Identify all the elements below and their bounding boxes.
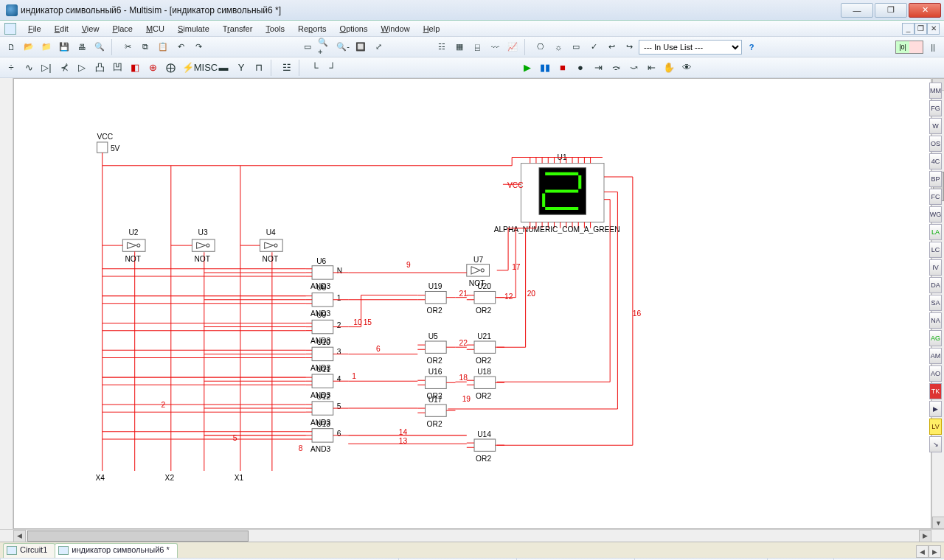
hier-down-button[interactable]: ┘ (324, 60, 341, 76)
or-gate-u21[interactable]: U21OR2 (467, 332, 504, 365)
component-button[interactable]: ⎔ (532, 39, 549, 55)
grapher-button[interactable]: 〰 (487, 39, 503, 55)
or-gate-u18[interactable]: U18OR2 (467, 368, 504, 400)
new-button[interactable]: 🗋 (3, 39, 19, 55)
canvas-area[interactable]: VCC 5V X4 X2 X1 U2 NOT (13, 78, 931, 529)
menu-help[interactable]: Help (417, 23, 446, 35)
mdi-minimize[interactable]: _ (902, 23, 914, 35)
place-misc-digital-button[interactable]: ◧ (127, 60, 143, 76)
zoom-area-button[interactable]: 🔲 (353, 39, 369, 55)
zoom-in-button[interactable]: 🔍+ (317, 39, 333, 55)
4ch-scope-icon[interactable]: 4C (929, 153, 942, 169)
mdi-restore[interactable]: ❐ (914, 23, 927, 35)
current-probe-icon[interactable]: ▶ (929, 401, 942, 417)
hierarchy-button[interactable]: ☷ (434, 39, 450, 55)
run-button[interactable]: ▶ (519, 60, 535, 76)
vcc-symbol[interactable] (97, 142, 108, 153)
menu-file[interactable]: File (22, 23, 47, 35)
ag-mm-icon[interactable]: AM (929, 348, 942, 364)
multimeter-icon[interactable]: MM (929, 83, 942, 99)
scroll-left-arrow[interactable]: ◀ (13, 530, 26, 542)
not-gate-u4[interactable]: U4 NOT (240, 228, 282, 263)
scroll-thumb-h[interactable] (27, 531, 249, 542)
scroll-right-arrow[interactable]: ▶ (919, 530, 931, 542)
print-button[interactable]: 🖶 (74, 39, 90, 55)
network-icon[interactable]: NA (929, 312, 942, 329)
menu-simulate[interactable]: Simulate (172, 23, 215, 35)
menu-place[interactable]: Place (106, 23, 139, 35)
ag-gen-icon[interactable]: AG (929, 330, 942, 346)
forward-annotate-button[interactable]: ↪ (621, 39, 637, 55)
mdi-close[interactable]: ✕ (927, 23, 940, 35)
freq-counter-icon[interactable]: FC (929, 189, 942, 205)
logic-analyzer-icon[interactable]: LA (929, 224, 942, 240)
or-gate-u17[interactable]: U17OR2 (417, 396, 455, 428)
labview-icon[interactable]: LV (929, 419, 942, 435)
tab-scroll-right[interactable]: ▶ (929, 545, 941, 558)
sim-power-switch[interactable]: |0| (895, 41, 923, 54)
analysis-button[interactable]: ☼ (550, 39, 566, 55)
stop-button[interactable]: ■ (555, 60, 571, 76)
menu-options[interactable]: Options (334, 23, 374, 35)
place-rf-button[interactable]: Y (233, 60, 249, 76)
place-indicator-button[interactable]: ⨁ (162, 60, 178, 76)
logic-conv-icon[interactable]: LC (929, 242, 942, 258)
or-gate-u19[interactable]: U19OR2 (417, 282, 455, 315)
schematic-canvas[interactable]: VCC 5V X4 X2 X1 U2 NOT (14, 79, 931, 501)
place-mixed-button[interactable]: ⊕ (145, 60, 161, 76)
wattmeter-icon[interactable]: W (929, 118, 942, 134)
select-rect-button[interactable]: ▭ (568, 39, 584, 55)
menu-edit[interactable]: Edit (49, 23, 74, 35)
menu-view[interactable]: View (76, 23, 105, 35)
pause-switch-button[interactable]: || (925, 39, 941, 55)
place-source-button[interactable]: ÷ (3, 60, 19, 76)
postproc-button[interactable]: 📈 (504, 39, 521, 55)
zoom-out-button[interactable]: 🔍- (335, 39, 351, 55)
scrollbar-horizontal[interactable]: ◀ ▶ (13, 530, 931, 542)
undo-button[interactable]: ↶ (173, 39, 189, 55)
place-ttl-button[interactable]: 凸 (91, 60, 108, 76)
bode-icon[interactable]: BP (929, 171, 942, 187)
hier-up-button[interactable]: └ (307, 60, 323, 76)
place-electromech-button[interactable]: ⊓ (251, 60, 267, 76)
redo-button[interactable]: ↷ (190, 39, 206, 55)
menu-reports[interactable]: Reports (292, 23, 333, 35)
place-diode-button[interactable]: ▷| (38, 60, 55, 76)
step-into-button[interactable]: ⇥ (590, 60, 606, 76)
and-gate-u6[interactable]: U6NAND3 (306, 257, 348, 291)
step-out-button[interactable]: ⤻ (625, 60, 642, 76)
or-gate-u5[interactable]: U5OR2 (417, 332, 455, 365)
or-gate-u14[interactable]: U14OR2 (467, 430, 504, 463)
full-screen-button[interactable]: ▭ (299, 39, 316, 55)
close-button[interactable]: ✕ (909, 3, 941, 18)
minimize-button[interactable]: — (841, 3, 873, 18)
pause-button[interactable]: ▮▮ (537, 60, 553, 76)
place-advanced-button[interactable]: ▬ (215, 60, 232, 76)
spectrum-icon[interactable]: SA (929, 295, 942, 311)
back-annotate-button[interactable]: ↩ (603, 39, 620, 55)
function-gen-icon[interactable]: FG (929, 100, 942, 116)
tab-circuit1[interactable]: Circuit1 (3, 543, 55, 558)
breakpoint-button[interactable]: ✋ (661, 60, 677, 76)
menu-tools[interactable]: Tools (260, 23, 291, 35)
scroll-down-arrow[interactable]: ▼ (932, 517, 944, 529)
step-back-button[interactable]: ⇤ (643, 60, 659, 76)
print-preview-button[interactable]: 🔍 (91, 39, 108, 55)
menu-transfer[interactable]: Transfer (217, 23, 259, 35)
oscilloscope-icon[interactable]: OS (929, 136, 942, 152)
record-button[interactable]: ● (572, 60, 589, 76)
database-button[interactable]: ⌸ (469, 39, 485, 55)
place-mcu-button[interactable]: ☳ (279, 60, 295, 76)
place-cmos-button[interactable]: 凹 (109, 60, 125, 76)
copy-button[interactable]: ⧉ (137, 39, 153, 55)
zoom-fit-button[interactable]: ⤢ (370, 39, 386, 55)
help-button[interactable]: ? (743, 39, 760, 55)
step-over-button[interactable]: ⤼ (608, 60, 624, 76)
maximize-button[interactable]: ❐ (875, 3, 907, 18)
measurement-probe-icon[interactable]: ↘ (929, 436, 942, 452)
in-use-list-select[interactable]: --- In Use List --- (639, 40, 742, 55)
open-button[interactable]: 📂 (21, 39, 37, 55)
menu-mcu[interactable]: MCU (140, 23, 170, 35)
ag-scope-icon[interactable]: AO (929, 365, 942, 382)
elec-rules-button[interactable]: ✓ (586, 39, 602, 55)
